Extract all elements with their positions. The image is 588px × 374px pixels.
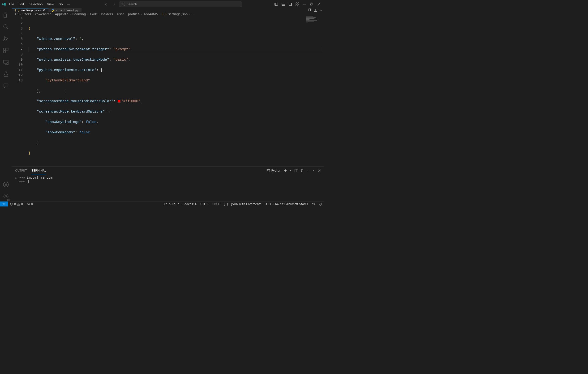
menu-more-icon[interactable]: ⋯ xyxy=(65,1,72,7)
minimap[interactable] xyxy=(306,16,323,24)
code-content[interactable]: { "window.zoomLevel": 2, "python.createE… xyxy=(28,16,324,166)
remote-indicator[interactable] xyxy=(0,202,8,206)
vscode-logo-icon xyxy=(1,2,7,6)
tab-settings-json[interactable]: { } settings.json ✕ xyxy=(12,8,48,12)
status-cursor-position[interactable]: Ln 7, Col 7 xyxy=(162,202,181,206)
split-terminal-icon[interactable] xyxy=(294,169,298,172)
crumb[interactable]: AppData xyxy=(55,12,68,16)
svg-rect-28 xyxy=(312,203,315,205)
search-placeholder: Search xyxy=(126,2,137,6)
terminal-task-status-icon xyxy=(15,177,17,179)
svg-point-13 xyxy=(4,40,5,41)
crumb[interactable]: C: xyxy=(15,12,18,16)
crumb[interactable]: 1da4dfd5 xyxy=(143,12,158,16)
run-tab-icon[interactable] xyxy=(308,8,312,12)
panel-close-icon[interactable] xyxy=(317,169,321,172)
crumb[interactable]: cowebster xyxy=(35,12,51,16)
layout-customize-icon[interactable] xyxy=(294,1,301,7)
svg-rect-4 xyxy=(282,4,285,6)
svg-rect-14 xyxy=(4,48,6,50)
status-eol[interactable]: CRLF xyxy=(210,202,221,206)
kill-terminal-icon[interactable] xyxy=(301,169,304,172)
svg-point-27 xyxy=(28,204,29,205)
color-swatch-icon[interactable] xyxy=(118,100,120,103)
layout-sidebar-left-icon[interactable] xyxy=(273,1,279,7)
menu-file[interactable]: File xyxy=(7,1,16,7)
run-debug-icon[interactable] xyxy=(0,34,11,44)
svg-point-21 xyxy=(5,196,7,197)
window-minimize-icon[interactable] xyxy=(301,1,308,7)
panel-maximize-icon[interactable] xyxy=(312,169,315,172)
new-terminal-icon[interactable] xyxy=(284,169,287,172)
search-icon xyxy=(122,3,125,6)
bottom-panel: OUTPUT TERMINAL Python ⋯ >>> import ra xyxy=(12,166,324,201)
crumb[interactable]: Roaming xyxy=(72,12,86,16)
svg-rect-8 xyxy=(298,3,299,4)
titlebar: File Edit Selection View Go ⋯ Search xyxy=(0,0,324,8)
crumb[interactable]: Users xyxy=(22,12,31,16)
crumb[interactable]: Code - Insiders xyxy=(90,12,113,16)
remote-explorer-icon[interactable] xyxy=(0,57,11,67)
split-editor-icon[interactable] xyxy=(314,8,317,12)
svg-rect-22 xyxy=(309,9,311,11)
account-icon[interactable] xyxy=(0,180,11,190)
svg-rect-2 xyxy=(275,3,276,5)
svg-rect-6 xyxy=(291,3,292,5)
python-icon xyxy=(51,9,54,12)
crumb[interactable]: ... xyxy=(192,12,195,16)
activity-bar: DE xyxy=(0,8,12,201)
crumb[interactable]: settings.json xyxy=(168,12,188,16)
search-icon[interactable] xyxy=(0,22,11,32)
layout-panel-icon[interactable] xyxy=(280,1,286,7)
svg-point-12 xyxy=(4,25,7,28)
panel-more-icon[interactable]: ⋯ xyxy=(306,169,309,172)
status-encoding[interactable]: UTF-8 xyxy=(199,202,210,206)
layout-sidebar-right-icon[interactable] xyxy=(287,1,294,7)
menu-go[interactable]: Go xyxy=(57,1,65,7)
line-number-gutter: 1 2 3 4 5 6 7 8 9 10 11 12 13 xyxy=(12,16,28,166)
status-notifications-icon[interactable] xyxy=(317,202,324,206)
panel-tab-output[interactable]: OUTPUT xyxy=(15,167,27,174)
svg-point-29 xyxy=(313,204,313,205)
settings-gear-icon[interactable]: DE xyxy=(0,191,11,201)
window-restore-icon[interactable] xyxy=(308,1,315,7)
json-icon: { } xyxy=(162,12,167,16)
explorer-icon[interactable] xyxy=(0,10,11,20)
status-python-interpreter[interactable]: 3.11.6 64-bit (Microsoft Store) xyxy=(263,202,310,206)
menu-edit[interactable]: Edit xyxy=(17,1,26,7)
breadcrumbs[interactable]: C:› Users› cowebster› AppData› Roaming› … xyxy=(12,12,324,16)
menu-selection[interactable]: Selection xyxy=(27,1,45,7)
window-close-icon[interactable] xyxy=(316,1,322,7)
terminal-kernel-select[interactable]: Python xyxy=(266,169,281,172)
json-icon: { } xyxy=(15,9,20,12)
status-problems[interactable]: 0 0 xyxy=(8,202,25,206)
code-editor[interactable]: 1 2 3 4 5 6 7 8 9 10 11 12 13 { "window.… xyxy=(12,16,324,166)
terminal-cursor xyxy=(27,180,29,183)
close-icon[interactable]: ✕ xyxy=(42,9,46,12)
text-cursor xyxy=(65,89,65,93)
terminal-content[interactable]: >>> import random >>> xyxy=(12,175,324,201)
status-indentation[interactable]: Spaces: 4 xyxy=(181,202,199,206)
status-bar: 0 0 0 Ln 7, Col 7 Spaces: 4 UTF-8 CRLF {… xyxy=(0,201,324,206)
crumb[interactable]: profiles xyxy=(128,12,139,16)
extensions-icon[interactable] xyxy=(0,46,11,55)
tab-smart-send-py[interactable]: smart_send.py xyxy=(48,8,82,12)
more-actions-icon[interactable]: ⋯ xyxy=(319,9,322,12)
nav-back-icon[interactable] xyxy=(103,1,109,7)
svg-rect-7 xyxy=(296,3,297,4)
svg-point-18 xyxy=(7,62,9,65)
kbd-locale-badge: DE xyxy=(7,199,10,201)
menu-view[interactable]: View xyxy=(45,1,56,7)
nav-forward-icon[interactable] xyxy=(111,1,117,7)
command-center-search[interactable]: Search xyxy=(119,1,242,7)
status-ports[interactable]: 0 xyxy=(25,202,35,206)
svg-rect-15 xyxy=(6,48,8,50)
testing-icon[interactable] xyxy=(0,69,11,79)
crumb[interactable]: User xyxy=(117,12,124,16)
status-copilot-icon[interactable] xyxy=(310,202,317,206)
tab-label: smart_send.py xyxy=(56,9,79,12)
chat-icon[interactable] xyxy=(0,81,11,91)
panel-tab-terminal[interactable]: TERMINAL xyxy=(32,167,46,174)
terminal-dropdown-icon[interactable] xyxy=(290,169,292,172)
status-language[interactable]: { } JSON with Comments xyxy=(221,202,263,206)
